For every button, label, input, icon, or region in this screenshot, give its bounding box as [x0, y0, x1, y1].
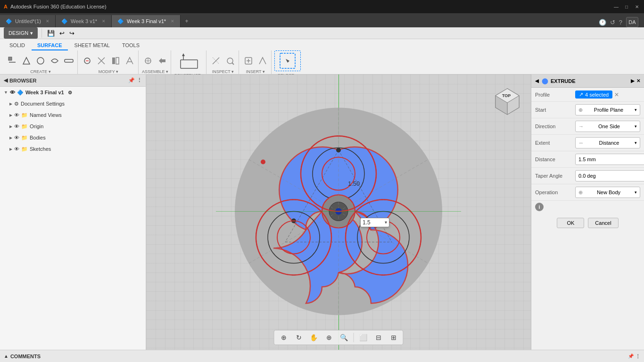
- maximize-button[interactable]: □: [623, 3, 630, 10]
- tab-week3final-label: Week 3 Final v1*: [127, 18, 166, 24]
- distance-input-popup[interactable]: ▾: [360, 218, 389, 227]
- icon-help[interactable]: ?: [619, 19, 622, 26]
- sketches-vis-icon[interactable]: 👁: [14, 146, 19, 152]
- operation-dropdown[interactable]: ⊕ New Body ▾: [575, 187, 640, 198]
- minimize-button[interactable]: —: [613, 3, 619, 10]
- toolbar-redo-icon[interactable]: ↪: [68, 28, 76, 38]
- browser-collapse-icon[interactable]: ◀: [4, 77, 8, 83]
- distance-input[interactable]: [575, 154, 644, 165]
- insert-tool-1[interactable]: [242, 54, 255, 67]
- arrow-icon: ▶: [9, 124, 12, 129]
- inspect-tool-2[interactable]: [223, 54, 237, 67]
- profile-selected-badge[interactable]: ↗ 4 selected: [575, 90, 612, 99]
- bottom-panel-pin[interactable]: 📌: [628, 354, 634, 359]
- bottom-panel-more[interactable]: ⋮: [636, 354, 640, 359]
- browser-root-item[interactable]: ▼ 👁 🔷 Week 3 Final v1 ⚙: [0, 87, 146, 98]
- insert-tool-2[interactable]: [256, 54, 269, 67]
- svg-point-17: [227, 58, 233, 64]
- close-button[interactable]: ✕: [634, 3, 640, 10]
- sketches-label: Sketches: [30, 146, 51, 152]
- bodies-vis-icon[interactable]: 👁: [14, 135, 19, 140]
- tab-week3v1-close[interactable]: ✕: [102, 19, 106, 24]
- create-tool-4[interactable]: [48, 54, 61, 67]
- select-tool-1[interactable]: [274, 50, 301, 71]
- vp-tool-pan[interactable]: ✋: [307, 332, 321, 343]
- tab-week3final[interactable]: 🔷 Week 3 Final v1* ✕: [112, 15, 181, 27]
- inspect-tool-1[interactable]: [209, 54, 223, 67]
- vp-tool-more[interactable]: ⊞: [387, 332, 400, 343]
- tab-solid[interactable]: SOLID: [4, 41, 31, 50]
- create-tool-1[interactable]: [6, 54, 19, 67]
- extrude-expand-icon[interactable]: ▶: [631, 78, 635, 83]
- profile-clear-icon[interactable]: ✕: [614, 91, 619, 98]
- tab-week3v1[interactable]: 🔷 Week 3 v1* ✕: [56, 15, 112, 27]
- extrude-close-icon[interactable]: ✕: [636, 78, 640, 83]
- taper-input[interactable]: [575, 170, 644, 181]
- browser-pin-icon[interactable]: 📌: [128, 77, 135, 83]
- extent-dropdown[interactable]: ↔ Distance ▾: [575, 137, 640, 148]
- tab-sheetmetal[interactable]: SHEET METAL: [69, 41, 116, 50]
- modify-tool-4[interactable]: [123, 54, 136, 67]
- distance-input-field[interactable]: [363, 219, 384, 226]
- assemble-group-label: ASSEMBLE ▾: [142, 69, 168, 74]
- bottom-panel-collapse[interactable]: ▲: [4, 354, 8, 359]
- design-label: DESIGN: [8, 30, 28, 36]
- browser-item-bodies[interactable]: ▶ 👁 📁 Bodies: [0, 132, 146, 143]
- origin-vis-icon[interactable]: 👁: [14, 123, 19, 129]
- browser-expand-icon[interactable]: ⋮: [137, 77, 142, 83]
- assemble-tool-2[interactable]: [156, 54, 169, 67]
- start-dropdown[interactable]: ⊕ Profile Plane ▾: [575, 104, 640, 115]
- titlebar: A Autodesk Fusion 360 (Education License…: [0, 0, 644, 13]
- tab-week3final-close[interactable]: ✕: [171, 19, 174, 24]
- distance-dropdown-arrow[interactable]: ▾: [385, 220, 387, 225]
- tab-add-button[interactable]: +: [181, 15, 193, 27]
- browser-root-collapse[interactable]: ▼: [4, 90, 8, 95]
- view-cube[interactable]: TOP: [488, 79, 526, 117]
- toolbar-save-icon[interactable]: 💾: [46, 28, 56, 38]
- cancel-button[interactable]: Cancel: [588, 218, 618, 228]
- toolbar-undo-icon[interactable]: ↩: [58, 28, 66, 38]
- browser-item-doc-settings[interactable]: ▶ ⚙ Document Settings: [0, 98, 146, 109]
- vp-tool-fit[interactable]: 🔍: [338, 332, 351, 343]
- create-tool-2[interactable]: [20, 54, 33, 67]
- icon-history[interactable]: 🕐: [599, 19, 606, 26]
- create-tool-3[interactable]: [34, 54, 47, 67]
- svg-marker-14: [182, 53, 185, 56]
- viewport[interactable]: 1.50 ▾ TOP: [146, 74, 531, 350]
- modify-tool-2[interactable]: [95, 54, 108, 67]
- app-icon: A: [4, 4, 8, 9]
- vp-tool-orbit[interactable]: ↻: [292, 332, 305, 343]
- extrude-collapse-icon[interactable]: ◀: [535, 78, 539, 83]
- vp-tool-display[interactable]: ⬜: [357, 332, 370, 343]
- operation-dropdown-arrow: ▾: [635, 190, 637, 195]
- browser-root-settings-icon[interactable]: ⚙: [68, 90, 72, 95]
- ok-button[interactable]: OK: [557, 218, 584, 228]
- design-button[interactable]: DESIGN ▾: [4, 27, 38, 39]
- bodies-label: Bodies: [30, 135, 46, 140]
- browser-item-named-views[interactable]: ▶ 👁 📁 Named Views: [0, 109, 146, 121]
- info-row: i: [531, 201, 644, 213]
- tab-untitled-close[interactable]: ✕: [46, 19, 50, 24]
- account-button[interactable]: DA: [626, 17, 638, 27]
- start-dropdown-arrow: ▾: [635, 107, 637, 112]
- construct-tool-1[interactable]: [176, 50, 202, 71]
- assemble-tool-1[interactable]: [141, 54, 155, 67]
- inspect-group-label: INSPECT ▾: [212, 69, 234, 74]
- browser-root-vis-icon[interactable]: 👁: [10, 90, 15, 95]
- create-tool-5[interactable]: [62, 54, 75, 67]
- icon-refresh[interactable]: ↺: [610, 19, 615, 26]
- vp-tool-zoom[interactable]: ⊕: [322, 332, 336, 343]
- modify-tool-1[interactable]: [81, 54, 94, 67]
- extent-label: Extent: [535, 140, 575, 146]
- tab-tools[interactable]: TOOLS: [116, 41, 145, 50]
- browser-item-origin[interactable]: ▶ 👁 📁 Origin: [0, 121, 146, 132]
- tab-surface[interactable]: SURFACE: [32, 41, 68, 50]
- browser-item-sketches[interactable]: ▶ 👁 📁 Sketches: [0, 143, 146, 155]
- modify-tool-3[interactable]: [109, 54, 122, 67]
- tab-untitled[interactable]: 🔷 Untitled*(1) ✕: [0, 15, 56, 27]
- origin-label: Origin: [30, 123, 43, 129]
- vp-tool-move[interactable]: ⊕: [277, 332, 290, 343]
- direction-dropdown[interactable]: → One Side ▾: [575, 121, 640, 132]
- bodies-folder-icon: 📁: [21, 135, 28, 141]
- vp-tool-grid[interactable]: ⊟: [372, 332, 385, 343]
